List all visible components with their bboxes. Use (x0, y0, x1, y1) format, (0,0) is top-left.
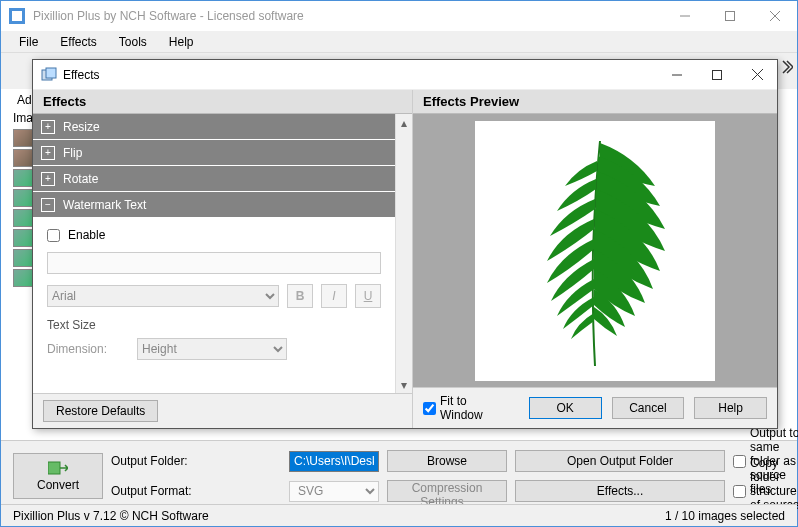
preview-image (475, 121, 715, 381)
effect-label: Resize (63, 120, 100, 134)
image-thumb[interactable] (13, 269, 33, 287)
dimension-label: Dimension: (47, 342, 107, 356)
enable-label: Enable (68, 228, 105, 242)
effects-dialog: Effects Effects + Resize + Flip + Rotate (32, 59, 778, 429)
add-label: Ad (17, 93, 32, 107)
preview-footer: Fit to Window OK Cancel Help (413, 387, 777, 428)
image-thumb[interactable] (13, 149, 33, 167)
effects-scrollbar[interactable]: ▴ ▾ (395, 114, 412, 393)
watermark-text-input[interactable] (47, 252, 381, 274)
collapse-icon[interactable]: − (41, 198, 55, 212)
effect-rotate[interactable]: + Rotate (33, 166, 395, 192)
menu-tools[interactable]: Tools (111, 33, 155, 51)
minimize-button[interactable] (662, 1, 707, 31)
dialog-titlebar: Effects (33, 60, 777, 90)
menu-effects[interactable]: Effects (52, 33, 104, 51)
image-thumb[interactable] (13, 249, 33, 267)
cancel-button[interactable]: Cancel (612, 397, 685, 419)
convert-button[interactable]: Convert (13, 453, 103, 499)
maximize-button[interactable] (707, 1, 752, 31)
enable-checkbox[interactable] (47, 229, 60, 242)
svg-rect-8 (46, 68, 56, 78)
menubar: File Effects Tools Help (1, 31, 797, 53)
preview-header: Effects Preview (413, 90, 777, 114)
watermark-text-content: Enable Arial B I U Text Size Dimension: (33, 218, 395, 360)
text-size-label: Text Size (47, 318, 381, 332)
output-format-label: Output Format: (111, 484, 281, 498)
effects-header: Effects (33, 90, 412, 114)
statusbar: Pixillion Plus v 7.12 © NCH Software 1 /… (1, 504, 797, 526)
svg-rect-6 (48, 462, 60, 474)
svg-rect-1 (12, 11, 22, 21)
output-folder-label: Output Folder: (111, 454, 281, 468)
effects-list: + Resize + Flip + Rotate − Watermark Tex… (33, 114, 412, 393)
browse-button[interactable]: Browse (387, 450, 507, 472)
image-thumb[interactable] (13, 189, 33, 207)
bottom-panel: Output Folder: Browse Open Output Folder… (1, 440, 797, 504)
image-thumb[interactable] (13, 209, 33, 227)
svg-rect-10 (713, 70, 722, 79)
dialog-minimize-button[interactable] (657, 61, 697, 89)
expand-icon[interactable]: + (41, 172, 55, 186)
effects-footer: Restore Defaults (33, 393, 412, 428)
copy-structure-checkbox[interactable] (733, 485, 746, 498)
image-thumb[interactable] (13, 129, 33, 147)
font-select[interactable]: Arial (47, 285, 279, 307)
dialog-close-button[interactable] (737, 61, 777, 89)
effect-flip[interactable]: + Flip (33, 140, 395, 166)
effect-label: Flip (63, 146, 82, 160)
fit-checkbox[interactable] (423, 402, 436, 415)
close-button[interactable] (752, 1, 797, 31)
dialog-icon (41, 67, 57, 83)
effect-label: Rotate (63, 172, 98, 186)
expand-icon[interactable]: + (41, 120, 55, 134)
app-icon (9, 8, 25, 24)
underline-button[interactable]: U (355, 284, 381, 308)
toolbar-scroll-right-icon[interactable] (781, 59, 793, 75)
dialog-maximize-button[interactable] (697, 61, 737, 89)
compression-button[interactable]: Compression Settings... (387, 480, 507, 502)
fit-label: Fit to Window (440, 394, 509, 422)
image-thumb[interactable] (13, 229, 33, 247)
main-titlebar: Pixillion Plus by NCH Software - License… (1, 1, 797, 31)
restore-defaults-button[interactable]: Restore Defaults (43, 400, 158, 422)
menu-help[interactable]: Help (161, 33, 202, 51)
app-title: Pixillion Plus by NCH Software - License… (33, 9, 662, 23)
ok-button[interactable]: OK (529, 397, 602, 419)
preview-panel: Effects Preview (413, 90, 777, 428)
italic-button[interactable]: I (321, 284, 347, 308)
fit-to-window-option[interactable]: Fit to Window (423, 394, 509, 422)
dimension-select[interactable]: Height (137, 338, 287, 360)
help-button[interactable]: Help (694, 397, 767, 419)
open-output-button[interactable]: Open Output Folder (515, 450, 725, 472)
effect-resize[interactable]: + Resize (33, 114, 395, 140)
bold-button[interactable]: B (287, 284, 313, 308)
output-folder-input[interactable] (289, 451, 379, 472)
effect-watermark-text[interactable]: − Watermark Text (33, 192, 395, 218)
image-thumb[interactable] (13, 169, 33, 187)
status-selection: 1 / 10 images selected (665, 509, 785, 523)
scroll-up-icon[interactable]: ▴ (396, 114, 412, 131)
effects-panel: Effects + Resize + Flip + Rotate − Water… (33, 90, 413, 428)
dialog-title: Effects (63, 68, 657, 82)
output-format-select[interactable]: SVG (289, 481, 379, 502)
fern-icon (505, 131, 685, 371)
svg-rect-3 (725, 12, 734, 21)
scroll-down-icon[interactable]: ▾ (396, 376, 412, 393)
menu-file[interactable]: File (11, 33, 46, 51)
expand-icon[interactable]: + (41, 146, 55, 160)
effect-label: Watermark Text (63, 198, 146, 212)
status-version: Pixillion Plus v 7.12 © NCH Software (13, 509, 209, 523)
effects-button[interactable]: Effects... (515, 480, 725, 502)
preview-area (413, 114, 777, 387)
convert-icon (48, 460, 68, 476)
convert-label: Convert (37, 478, 79, 492)
